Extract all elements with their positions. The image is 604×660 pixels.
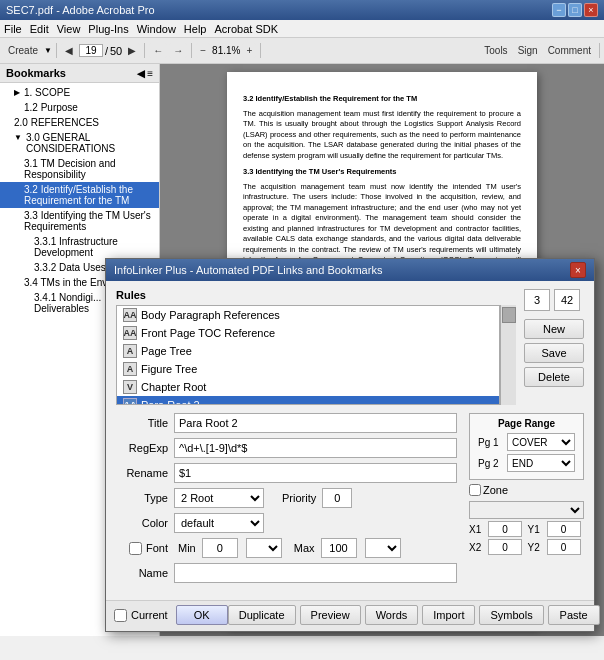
menu-plugins[interactable]: Plug-Ins <box>88 23 128 35</box>
zoom-out-button[interactable]: − <box>196 43 210 58</box>
y2-input[interactable] <box>547 539 581 555</box>
page-nav-group: ◀ / 50 ▶ <box>61 43 145 58</box>
new-button[interactable]: New <box>524 319 584 339</box>
max-input[interactable] <box>321 538 357 558</box>
menu-file[interactable]: File <box>4 23 22 35</box>
rule-label: Para Root 2 <box>141 399 200 405</box>
type-label: Type <box>116 492 168 504</box>
pg1-select[interactable]: COVER 1 <box>507 433 575 451</box>
rule-icon-aa3: AA <box>123 398 137 405</box>
menu-window[interactable]: Window <box>137 23 176 35</box>
rule-item-chapter-root[interactable]: V Chapter Root <box>117 378 499 396</box>
bm-ctrl2[interactable]: ≡ <box>147 68 153 79</box>
rule-label: Chapter Root <box>141 381 206 393</box>
page-range-section: Page Range Pg 1 COVER 1 Pg 2 END 1 <box>469 413 584 480</box>
pg2-row: Pg 2 END 1 <box>478 454 575 472</box>
bm-label: 3.0 GENERAL CONSIDERATIONS <box>26 132 155 154</box>
save-button[interactable]: Save <box>524 343 584 363</box>
prev-page-button[interactable]: ◀ <box>61 43 77 58</box>
bm-item-purpose[interactable]: 1.2 Purpose <box>0 100 159 115</box>
bm-item-scope[interactable]: ▶ 1. SCOPE <box>0 85 159 100</box>
y1-row: Y1 <box>528 521 585 537</box>
page-number-input[interactable] <box>79 44 103 57</box>
bm-item-general[interactable]: ▼ 3.0 GENERAL CONSIDERATIONS <box>0 130 159 156</box>
back-button[interactable]: ← <box>149 43 167 58</box>
forward-button[interactable]: → <box>169 43 187 58</box>
rename-input[interactable] <box>174 463 457 483</box>
zone-checkbox[interactable] <box>469 484 481 496</box>
create-button[interactable]: Create <box>4 43 42 58</box>
min-unit-select[interactable] <box>246 538 282 558</box>
current-row: Current <box>114 609 168 622</box>
minimize-button[interactable]: − <box>552 3 566 17</box>
current-checkbox[interactable] <box>114 609 127 622</box>
pg1-label: Pg 1 <box>478 437 503 448</box>
maximize-button[interactable]: □ <box>568 3 582 17</box>
bm-item-tmuser[interactable]: 3.3 Identifying the TM User's Requiremen… <box>0 208 159 234</box>
import-button[interactable]: Import <box>422 605 475 625</box>
words-button[interactable]: Words <box>365 605 419 625</box>
name-row: Name <box>116 563 457 583</box>
title-input[interactable] <box>174 413 457 433</box>
x1-label: X1 <box>469 524 485 535</box>
rule-item-body-para[interactable]: AA Body Paragraph References <box>117 306 499 324</box>
zone-section: Zone X1 Y1 <box>469 484 584 555</box>
menu-view[interactable]: View <box>57 23 81 35</box>
pg2-select[interactable]: END 1 <box>507 454 575 472</box>
x2-input[interactable] <box>488 539 522 555</box>
ok-button[interactable]: OK <box>176 605 228 625</box>
priority-input[interactable] <box>322 488 352 508</box>
max-unit-select[interactable] <box>365 538 401 558</box>
duplicate-button[interactable]: Duplicate <box>228 605 296 625</box>
name-input[interactable] <box>174 563 457 583</box>
rule-item-page-tree[interactable]: A Page Tree <box>117 342 499 360</box>
bm-item-identify[interactable]: 3.2 Identify/Establish the Requirement f… <box>0 182 159 208</box>
preview-button[interactable]: Preview <box>300 605 361 625</box>
bookmarks-title: Bookmarks <box>6 67 66 79</box>
comment-button[interactable]: Comment <box>544 43 595 58</box>
x1-input[interactable] <box>488 521 522 537</box>
font-label: Font <box>146 542 168 554</box>
zoom-in-button[interactable]: + <box>242 43 256 58</box>
bookmarks-header: Bookmarks ◀ ≡ <box>0 64 159 83</box>
font-checkbox[interactable] <box>129 542 142 555</box>
next-page-button[interactable]: ▶ <box>124 43 140 58</box>
symbols-button[interactable]: Symbols <box>479 605 543 625</box>
menu-help[interactable]: Help <box>184 23 207 35</box>
dialog-close-button[interactable]: × <box>570 262 586 278</box>
delete-button[interactable]: Delete <box>524 367 584 387</box>
type-select[interactable]: 2 Root <box>174 488 264 508</box>
zone-select[interactable] <box>469 501 584 519</box>
menu-edit[interactable]: Edit <box>30 23 49 35</box>
create-dropdown-icon[interactable]: ▼ <box>44 46 52 55</box>
footer-left: Current OK <box>114 605 228 625</box>
rule-item-para-root2[interactable]: AA Para Root 2 <box>117 396 499 405</box>
tools-button[interactable]: Tools <box>480 43 511 58</box>
current-label: Current <box>131 609 168 621</box>
y1-input[interactable] <box>547 521 581 537</box>
scrollbar-thumb[interactable] <box>502 307 516 323</box>
dialog-body: Rules AA Body Paragraph References AA Fr… <box>106 281 594 596</box>
rules-scrollbar[interactable] <box>500 305 516 405</box>
menu-acrobat-sdk[interactable]: Acrobat SDK <box>214 23 278 35</box>
sign-button[interactable]: Sign <box>514 43 542 58</box>
max-label: Max <box>294 542 315 554</box>
bm-ctrl1[interactable]: ◀ <box>137 68 145 79</box>
rule-item-front-page[interactable]: AA Front Page TOC Reference <box>117 324 499 342</box>
close-button[interactable]: × <box>584 3 598 17</box>
bm-label: 3.1 TM Decision and Responsibility <box>24 158 155 180</box>
title-label: Title <box>116 417 168 429</box>
zone-check-row: Zone <box>469 484 584 496</box>
min-input[interactable] <box>202 538 238 558</box>
bm-label: 1. SCOPE <box>24 87 70 98</box>
paste-button[interactable]: Paste <box>548 605 600 625</box>
num-box-2: 42 <box>554 289 580 311</box>
color-select[interactable]: default <box>174 513 264 533</box>
rule-item-figure-tree[interactable]: A Figure Tree <box>117 360 499 378</box>
bm-item-tmdecision[interactable]: 3.1 TM Decision and Responsibility <box>0 156 159 182</box>
regexp-input[interactable] <box>174 438 457 458</box>
bm-item-infra[interactable]: 3.3.1 Infrastructure Development <box>0 234 159 260</box>
bm-item-references[interactable]: 2.0 REFERENCES <box>0 115 159 130</box>
page-range-title: Page Range <box>478 418 575 429</box>
bm-label: 1.2 Purpose <box>24 102 78 113</box>
